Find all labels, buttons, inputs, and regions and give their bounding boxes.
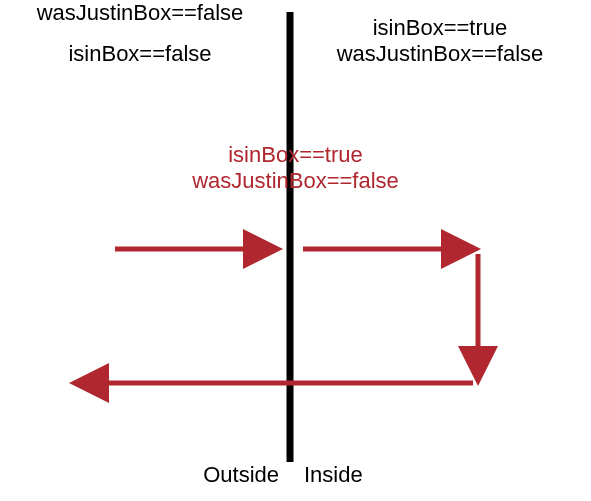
inside-caption: Inside [304,462,363,487]
outside-state-line2: isinBox==false [0,41,280,66]
inside-state-line1: isinBox==true [300,15,580,40]
transition-line1: isinBox==true [0,142,591,167]
inside-state-line2: wasJustinBox==false [300,41,580,66]
transition-line2: wasJustinBox==false [0,168,591,193]
diagram-svg [0,0,591,501]
outside-caption: Outside [203,462,279,487]
diagram-stage: wasJustinBox==false isinBox==false isinB… [0,0,591,501]
outside-state-line1: wasJustinBox==false [0,0,280,25]
